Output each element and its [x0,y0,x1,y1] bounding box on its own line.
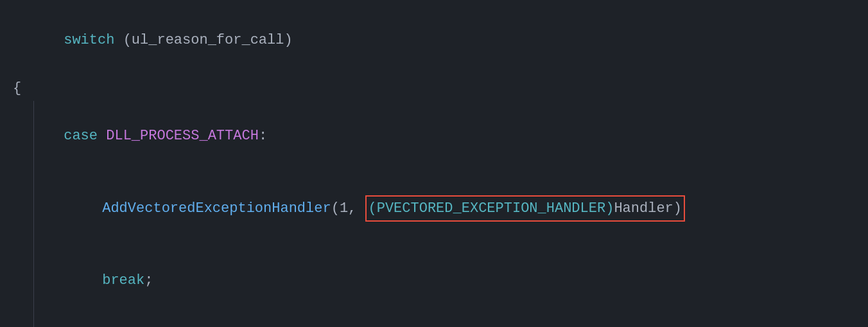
handler-text: Handler) [614,200,682,217]
code-line-case-1: case DLL_PROCESS_ATTACH: [0,101,868,172]
cast-pvectored: (PVECTORED_EXCEPTION_HANDLER) [369,200,614,217]
punctuation: (ul_reason_for_call) [114,32,292,48]
keyword-switch: switch [64,32,114,48]
keyword-break-1: break [102,272,144,288]
code-line-brace-open: { [0,76,868,101]
highlight-box: (PVECTORED_EXCEPTION_HANDLER)Handler) [365,195,686,222]
code-viewer: switch (ul_reason_for_call) { case DLL_P… [0,0,868,327]
code-line-addvectored: AddVectoredExceptionHandler(1, (PVECTORE… [0,171,868,245]
function-addvectored: AddVectoredExceptionHandler [102,200,331,217]
code-line-switch: switch (ul_reason_for_call) [0,5,868,76]
code-line-case-2: case DLL_THREAD_ATTACH: [0,315,868,327]
constant-dll-process-attach: DLL_PROCESS_ATTACH [106,128,259,144]
keyword-case: case [64,128,98,144]
code-line-break-1: break; [0,245,868,316]
